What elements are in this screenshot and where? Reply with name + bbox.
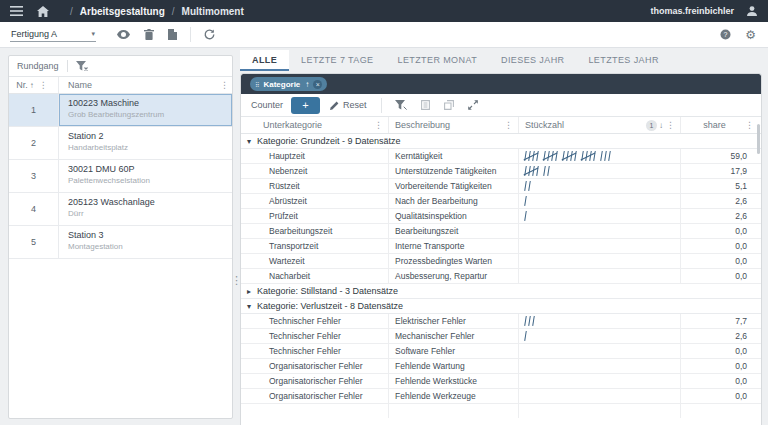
cell-beschreibung: Qualitätsinspektion (389, 209, 519, 223)
group-chip-kategorie[interactable]: ⠿ Kategorie ↑ × (250, 77, 327, 91)
breadcrumb-multimoment: Multimoment (182, 6, 244, 17)
expand-icon[interactable]: ▸ (241, 287, 257, 296)
file-icon[interactable] (168, 29, 177, 40)
drag-handle-icon[interactable]: ⠿ (255, 81, 259, 88)
row-name-cell[interactable]: 100223 MaschineGrob Bearbeitungszentrum (59, 94, 232, 126)
cell-share: 59,0 (681, 149, 759, 163)
rundgang-tab[interactable]: Rundgang (17, 61, 59, 71)
gear-icon[interactable]: ⚙ (745, 28, 756, 42)
column-header-nr[interactable]: Nr. ↑ ⋮ (9, 77, 59, 93)
tally-marks (525, 331, 526, 341)
table-row[interactable]: HauptzeitKerntätigkeit59,0 (241, 149, 761, 164)
rundgang-row[interactable]: 330021 DMU 60PPalettenwechselstation (9, 160, 232, 193)
refresh-icon[interactable] (204, 29, 215, 40)
cell-unterkategorie: Hauptzeit (257, 149, 389, 163)
cell-beschreibung: Software Fehler (389, 344, 519, 358)
table-row[interactable]: PrüfzeitQualitätsinspektion2,6 (241, 209, 761, 224)
breadcrumb-arbeitsgestaltung[interactable]: Arbeitsgestaltung (80, 6, 165, 17)
collapse-icon[interactable]: ▾ (241, 302, 257, 311)
cell-stueckzahl (519, 224, 681, 238)
cell-share: 2,6 (681, 209, 759, 223)
cell-unterkategorie: Organisatorischer Fehler (257, 359, 389, 373)
table-row[interactable]: NacharbeitAusbesserung, Repartur0,0 (241, 269, 761, 284)
expand-icon[interactable] (468, 100, 478, 110)
tally-tick (524, 196, 527, 206)
column-header-stueckzahl[interactable]: Stückzahl 1 ↓ ⋮ (519, 117, 681, 133)
filter-icon[interactable] (395, 100, 407, 110)
home-icon[interactable] (37, 6, 49, 17)
cell-stueckzahl (519, 164, 681, 178)
row-gutter (241, 209, 257, 223)
pencil-icon (330, 101, 339, 110)
chip-close-icon[interactable]: × (313, 80, 322, 89)
add-count-button[interactable]: + (291, 97, 320, 114)
column-header-share[interactable]: share ⋮ (681, 117, 759, 133)
main-panel: ALLELETZTE 7 TAGELETZTER MONATDIESES JAH… (240, 50, 762, 425)
row-gutter (241, 344, 257, 358)
column-menu-icon[interactable]: ⋮ (742, 120, 757, 130)
cell-beschreibung (389, 404, 519, 418)
column-menu-icon[interactable]: ⋮ (217, 80, 232, 90)
table-row[interactable]: RüstzeitVorbereitende Tätigkeiten5,1 (241, 179, 761, 194)
tab-dieses-jahr[interactable]: DIESES JAHR (489, 50, 576, 71)
help-icon[interactable]: ? (720, 29, 731, 40)
tab-alle[interactable]: ALLE (240, 50, 289, 71)
group-row[interactable]: ▾Kategorie: Verlustzeit - 8 Datensätze (241, 299, 761, 314)
row-name-cell[interactable]: Station 2Handarbeitsplatz (59, 127, 232, 159)
table-row[interactable]: WartezeitProzessbedingtes Warten0,0 (241, 254, 761, 269)
table-row[interactable]: Technischer FehlerSoftware Fehler0,0 (241, 344, 761, 359)
row-name-cell[interactable]: 205123 WaschanlageDürr (59, 193, 232, 225)
table-row[interactable]: Organisatorischer FehlerFehlende Werkzeu… (241, 389, 761, 404)
cell-beschreibung: Fehlende Wartung (389, 359, 519, 373)
menu-icon[interactable] (10, 6, 23, 16)
column-header-name[interactable]: Name ⋮ (59, 77, 232, 93)
group-by-bar: ⠿ Kategorie ↑ × (241, 74, 761, 94)
row-number: 2 (9, 127, 59, 159)
rundgang-row[interactable]: 1100223 MaschineGrob Bearbeitungszentrum (9, 94, 232, 127)
column-menu-icon[interactable]: ⋮ (663, 120, 678, 130)
table-row[interactable]: Technischer FehlerElektrischer Fehler7,7 (241, 314, 761, 329)
tab-letzte-7-tage[interactable]: LETZTE 7 TAGE (289, 50, 385, 71)
rundgang-row[interactable]: 2Station 2Handarbeitsplatz (9, 127, 232, 160)
filter-remove-icon[interactable] (76, 61, 88, 71)
column-menu-icon[interactable]: ⋮ (371, 120, 386, 130)
table-row[interactable]: AbrüstzeitNach der Bearbeitung2,6 (241, 194, 761, 209)
station-select[interactable]: Fertigung A ▾ (10, 27, 96, 42)
rundgang-row[interactable]: 5Station 3Montagestation (9, 226, 232, 259)
column-menu-icon[interactable]: ⋮ (501, 120, 516, 130)
group-label: Kategorie: Verlustzeit - 8 Datensätze (257, 301, 403, 311)
column-header-unterkategorie[interactable]: Unterkategorie ⋮ (257, 117, 389, 133)
column-label: Stückzahl (525, 120, 646, 130)
collapse-icon[interactable]: ▾ (241, 137, 257, 146)
sort-asc-icon[interactable]: ↑ (305, 80, 309, 89)
scrollbar-thumb[interactable] (757, 124, 760, 154)
table-row[interactable]: Organisatorischer FehlerFehlende Wartung… (241, 359, 761, 374)
row-name-cell[interactable]: Station 3Montagestation (59, 226, 232, 258)
cell-unterkategorie: Technischer Fehler (257, 329, 389, 343)
eye-icon[interactable] (117, 30, 130, 39)
reset-button[interactable]: Reset (330, 100, 367, 110)
export-icon[interactable] (421, 100, 430, 110)
table-row[interactable]: NebenzeitUnterstützende Tätigkeiten17,9 (241, 164, 761, 179)
table-row[interactable]: BearbeitungszeitBearbeitungszeit0,0 (241, 224, 761, 239)
table-row[interactable]: Organisatorischer FehlerFehlende Werkstü… (241, 374, 761, 389)
delete-icon[interactable] (144, 29, 154, 40)
rundgang-row[interactable]: 4205123 WaschanlageDürr (9, 193, 232, 226)
station-name: 205123 Waschanlage (68, 197, 224, 207)
group-row[interactable]: ▾Kategorie: Grundzeit - 9 Datensätze (241, 134, 761, 149)
column-header-beschreibung[interactable]: Beschreibung ⋮ (389, 117, 519, 133)
toolbar-divider (190, 27, 191, 42)
tab-letztes-jahr[interactable]: LETZTES JAHR (576, 50, 670, 71)
group-row[interactable]: ▸Kategorie: Stillstand - 3 Datensätze (241, 284, 761, 299)
column-menu-icon[interactable]: ⋮ (36, 80, 51, 90)
table-row[interactable]: TransportzeitInterne Transporte0,0 (241, 239, 761, 254)
cell-stueckzahl (519, 404, 681, 418)
column-header-nr-label: Nr. (16, 80, 28, 90)
row-name-cell[interactable]: 30021 DMU 60PPalettenwechselstation (59, 160, 232, 192)
cell-stueckzahl (519, 329, 681, 343)
cell-unterkategorie: Wartezeit (257, 254, 389, 268)
copy-icon[interactable] (444, 100, 454, 110)
tab-letzter-monat[interactable]: LETZTER MONAT (386, 50, 490, 71)
user-icon[interactable] (746, 5, 758, 17)
table-row[interactable]: Technischer FehlerMechanischer Fehler2,6 (241, 329, 761, 344)
